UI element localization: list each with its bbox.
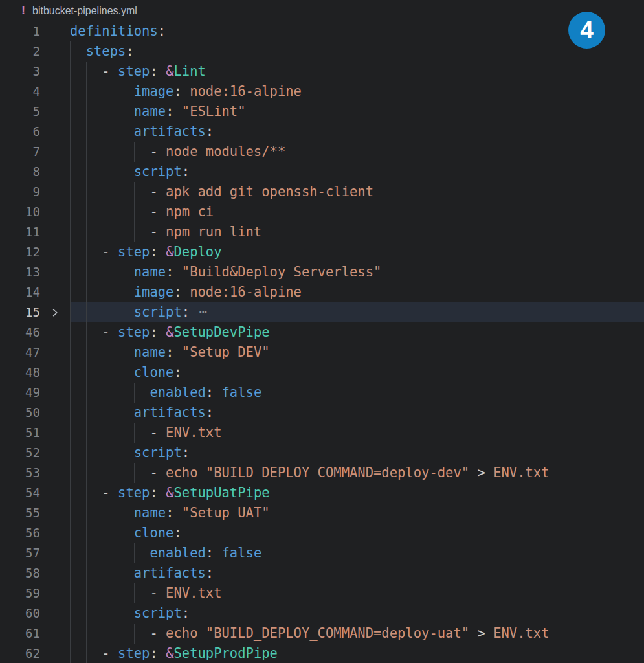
code-line-content[interactable]: - ENV.txt	[70, 583, 644, 603]
code-line-content[interactable]: - echo "BUILD_DEPLOY_COMMAND=deploy-uat"…	[70, 624, 644, 644]
code-line: 9 - apk add git openssh-client	[0, 182, 644, 202]
code-line-content[interactable]: clone:	[70, 523, 644, 543]
code-line: 60 script:	[0, 603, 644, 624]
code-line-content[interactable]: artifacts:	[70, 403, 644, 423]
code-line: 46 - step: &SetupDevPipe	[0, 322, 644, 343]
yaml-punctuation: -	[70, 224, 166, 240]
yaml-constant-value: false	[222, 385, 262, 400]
fold-column	[40, 463, 70, 483]
line-number[interactable]: 4	[0, 82, 40, 102]
code-line-content[interactable]: image: node:16-alpine	[70, 282, 644, 302]
code-line-content[interactable]: artifacts:	[70, 563, 644, 583]
line-number[interactable]: 2	[0, 41, 40, 62]
code-line: 12 - step: &Deploy	[0, 242, 644, 262]
code-line-content[interactable]: name: "Setup DEV"	[70, 343, 644, 363]
line-number[interactable]: 50	[0, 403, 40, 423]
code-line-content[interactable]: - echo "BUILD_DEPLOY_COMMAND=deploy-dev"…	[70, 463, 644, 483]
code-line-content[interactable]: - step: &SetupDevPipe	[70, 322, 644, 343]
code-line-content[interactable]: image: node:16-alpine	[70, 82, 644, 102]
line-number[interactable]: 13	[0, 262, 40, 282]
code-text: - node_modules/**	[70, 144, 285, 159]
yaml-punctuation: :	[150, 324, 166, 340]
yaml-punctuation: -	[70, 425, 166, 440]
code-line-content[interactable]: script: ⋯	[70, 302, 644, 322]
code-line-content[interactable]: - apk add git openssh-client	[70, 182, 644, 202]
line-number[interactable]: 51	[0, 423, 40, 443]
line-number[interactable]: 7	[0, 142, 40, 162]
code-line: 4 image: node:16-alpine	[0, 82, 644, 102]
line-number[interactable]: 47	[0, 343, 40, 363]
yaml-punctuation: :	[182, 304, 190, 320]
yaml-punctuation: :	[173, 84, 190, 99]
code-line-content[interactable]: - step: &SetupProdPipe	[70, 644, 644, 663]
line-number[interactable]: 56	[0, 523, 40, 543]
line-number[interactable]: 3	[0, 62, 40, 82]
yaml-key: name	[134, 104, 166, 119]
yaml-punctuation: :	[166, 104, 182, 119]
line-number[interactable]: 59	[0, 583, 40, 603]
code-line-content[interactable]: enabled: false	[70, 383, 644, 403]
line-number[interactable]: 57	[0, 543, 40, 563]
editor[interactable]: 1definitions:2 steps:3 - step: &Lint4 im…	[0, 21, 644, 663]
code-line-content[interactable]: enabled: false	[70, 543, 644, 563]
yaml-string-value: ENV.txt	[493, 625, 549, 641]
line-number[interactable]: 9	[0, 182, 40, 202]
line-number[interactable]: 52	[0, 443, 40, 463]
code-line-content[interactable]: steps:	[70, 41, 644, 62]
code-line-content[interactable]: - npm run lint	[70, 222, 644, 242]
line-number[interactable]: 61	[0, 624, 40, 644]
line-number[interactable]: 48	[0, 363, 40, 383]
line-number[interactable]: 54	[0, 483, 40, 503]
yaml-punctuation: -	[70, 244, 118, 260]
code-line-content[interactable]: artifacts:	[70, 122, 644, 142]
yaml-punctuation: >	[469, 465, 493, 480]
code-line-content[interactable]: - step: &Lint	[70, 62, 644, 82]
line-number[interactable]: 5	[0, 102, 40, 122]
line-number[interactable]: 53	[0, 463, 40, 483]
code-line-content[interactable]: name: "ESLint"	[70, 102, 644, 122]
step-number-badge-label: 4	[580, 17, 594, 44]
line-number[interactable]: 49	[0, 383, 40, 403]
code-line-content[interactable]: - npm ci	[70, 202, 644, 222]
code-line: 13 name: "Build&Deploy Serverless"	[0, 262, 644, 282]
line-number[interactable]: 55	[0, 503, 40, 523]
code-line-content[interactable]: name: "Setup UAT"	[70, 503, 644, 523]
code-line-content[interactable]: clone:	[70, 363, 644, 383]
line-number[interactable]: 46	[0, 322, 40, 343]
line-number[interactable]: 60	[0, 603, 40, 624]
yaml-key: step	[118, 324, 150, 340]
yaml-string-value: ENV.txt	[166, 585, 221, 601]
code-line-content[interactable]: definitions:	[70, 21, 644, 41]
code-text: steps:	[70, 43, 134, 59]
code-text: clone:	[70, 365, 182, 380]
code-line-content[interactable]: - ENV.txt	[70, 423, 644, 443]
yaml-string-value: apk add git openssh-client	[166, 184, 373, 199]
code-line-content[interactable]: name: "Build&Deploy Serverless"	[70, 262, 644, 282]
code-line-content[interactable]: script:	[70, 603, 644, 624]
line-number[interactable]: 8	[0, 162, 40, 182]
line-number[interactable]: 12	[0, 242, 40, 262]
line-number[interactable]: 11	[0, 222, 40, 242]
code-line-content[interactable]: - step: &Deploy	[70, 242, 644, 262]
line-number[interactable]: 10	[0, 202, 40, 222]
line-number[interactable]: 6	[0, 122, 40, 142]
code-line-content[interactable]: script:	[70, 162, 644, 182]
code-text: image: node:16-alpine	[70, 284, 302, 300]
fold-column	[40, 563, 70, 583]
yaml-key: image	[134, 84, 174, 99]
line-number[interactable]: 15	[0, 302, 40, 322]
fold-chevron-icon[interactable]	[40, 302, 70, 322]
line-number[interactable]: 58	[0, 563, 40, 583]
fold-column	[40, 503, 70, 523]
yaml-string-value: ENV.txt	[166, 425, 221, 440]
line-number[interactable]: 62	[0, 644, 40, 663]
line-number[interactable]: 1	[0, 21, 40, 41]
code-line: 14 image: node:16-alpine	[0, 282, 644, 302]
code-line-content[interactable]: - step: &SetupUatPipe	[70, 483, 644, 503]
code-text: artifacts:	[70, 124, 214, 139]
yaml-punctuation: :	[150, 485, 166, 500]
code-text: image: node:16-alpine	[70, 84, 302, 99]
code-line-content[interactable]: - node_modules/**	[70, 142, 644, 162]
code-line-content[interactable]: script:	[70, 443, 644, 463]
line-number[interactable]: 14	[0, 282, 40, 302]
